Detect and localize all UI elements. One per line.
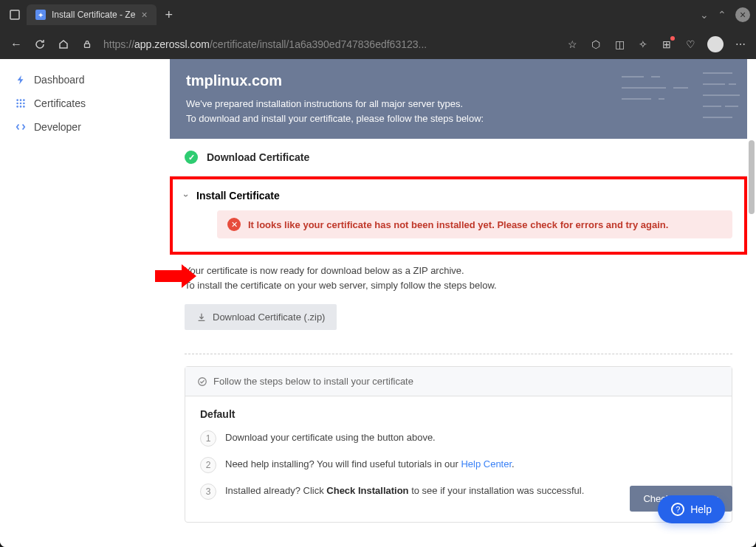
check-icon: ✓ [185,151,198,164]
close-tab-icon[interactable]: × [141,9,147,21]
scrollbar-thumb[interactable] [749,140,755,214]
window-controls: ⌄ ⌃ × [700,7,750,22]
reload-icon[interactable] [32,37,47,52]
svg-point-6 [20,103,22,105]
back-icon[interactable]: ← [9,37,24,52]
close-window-icon[interactable]: × [735,7,750,22]
download-icon [196,312,207,323]
chevron-down-icon[interactable]: ⌄ [700,9,709,21]
more-icon[interactable]: ⋯ [734,38,747,51]
section-title: Download Certificate [207,151,309,163]
svg-point-3 [20,99,22,101]
step-text: Download your certificate using the butt… [225,430,436,445]
step-row-2: 2 Need help installing? You will find us… [200,457,717,473]
url-bar: ← https://app.zerossl.com/certificate/in… [0,30,756,59]
svg-point-7 [23,103,25,105]
steps-title: Default [200,408,717,420]
section-download: ✓ Download Certificate [170,139,747,176]
info-icon [197,376,207,387]
puzzle-icon: ✦ [35,10,46,20]
download-zip-button[interactable]: Download Certificate (.zip) [185,304,337,330]
page-subtitle: We've prepared installation instructions… [186,97,731,125]
steps-header: Follow the steps below to install your c… [185,367,732,396]
sidebar: Dashboard Certificates Developer [0,59,170,547]
lightning-icon [15,74,27,86]
lock-icon[interactable] [80,37,94,52]
home-icon[interactable] [56,37,71,52]
svg-point-4 [23,99,25,101]
sidebar-item-label: Dashboard [34,74,85,86]
favorite-icon[interactable]: ☆ [566,38,579,51]
error-message: It looks like your certificate has not b… [248,219,668,230]
browser-chrome: ✦ Install Certificate - Ze × + ⌄ ⌃ × ← h… [0,0,756,59]
divider [185,354,732,354]
heart-icon[interactable]: ♡ [684,38,697,51]
sidebar-item-label: Developer [34,121,81,133]
step-number: 2 [200,457,216,473]
help-center-link[interactable]: Help Center [461,458,512,469]
header-card: tmplinux.com We've prepared installation… [170,59,747,139]
help-button[interactable]: ? Help [658,495,725,523]
help-label: Help [690,503,712,515]
svg-point-9 [20,106,22,108]
new-tab-button[interactable]: + [159,7,179,23]
svg-rect-1 [85,44,90,47]
section-complete: › Installation Complete [185,523,732,547]
steps-header-text: Follow the steps below to install your c… [213,376,413,387]
url-field[interactable]: https://app.zerossl.com/certificate/inst… [103,38,557,50]
chevron-up-icon[interactable]: ⌃ [718,9,726,21]
tab-title: Install Certificate - Ze [52,10,135,20]
sidebar-item-dashboard[interactable]: Dashboard [6,68,164,92]
section-install: › Install Certificate ✕ It looks like yo… [170,176,747,255]
error-icon: ✕ [227,218,241,231]
section-complete-header[interactable]: › Installation Complete [185,540,732,547]
svg-point-10 [23,106,25,108]
bookmark-icon[interactable]: ✧ [636,38,650,51]
extension-icon[interactable]: ⬡ [589,38,602,51]
svg-rect-0 [10,10,19,19]
app-container: Dashboard Certificates Developer tmplinu… [0,59,756,547]
annotation-arrow-icon [155,263,196,289]
svg-marker-11 [155,264,196,288]
sidebar-item-label: Certificates [34,97,86,109]
section-title: Install Certificate [196,190,280,202]
help-icon: ? [671,503,684,516]
step-text: Installed already? Click Check Installat… [225,484,584,498]
collections-icon[interactable]: ⊞ [660,38,673,51]
main-content: tmplinux.com We've prepared installation… [170,59,756,547]
toolbar-icons: ☆ ⬡ ◫ ✧ ⊞ ♡ ⋯ [566,36,747,52]
tab-bar: ✦ Install Certificate - Ze × + ⌄ ⌃ × [0,0,756,30]
step-number: 1 [200,430,216,447]
section-install-header[interactable]: › Install Certificate [185,190,732,202]
svg-point-2 [16,99,18,101]
svg-point-5 [16,103,18,105]
step-text: Need help installing? You will find usef… [225,457,515,472]
chevron-down-icon: › [181,194,191,197]
browser-tab[interactable]: ✦ Install Certificate - Ze × [27,4,157,25]
error-banner: ✕ It looks like your certificate has not… [217,210,732,238]
profile-avatar[interactable] [707,36,724,52]
sidebar-icon[interactable]: ◫ [613,38,626,51]
step-number: 3 [200,484,216,500]
section-download-header[interactable]: ✓ Download Certificate [170,139,747,176]
sidebar-item-developer[interactable]: Developer [6,115,164,139]
step-row-1: 1 Download your certificate using the bu… [200,430,717,447]
grid-icon [15,97,27,109]
sidebar-item-certificates[interactable]: Certificates [6,92,164,115]
svg-point-8 [16,106,18,108]
install-description: Your certificate is now ready for downlo… [185,264,732,292]
tab-list-icon[interactable] [6,6,24,24]
code-icon [15,121,27,133]
